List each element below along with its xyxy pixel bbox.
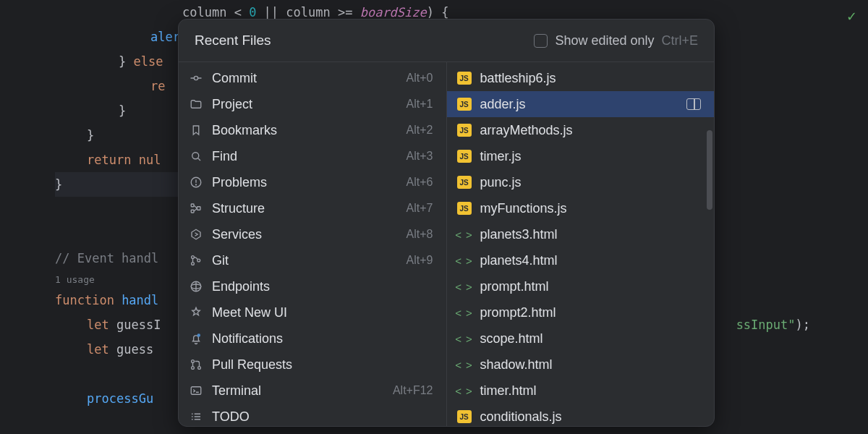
tool-label: Bookmarks — [212, 123, 277, 138]
structure-icon — [189, 201, 203, 216]
tool-shortcut: Alt+2 — [407, 124, 433, 137]
file-item[interactable]: < >prompt2.html — [447, 299, 715, 326]
js-file-icon: JS — [457, 72, 472, 85]
checkbox-icon[interactable] — [534, 34, 548, 48]
html-file-icon: < > — [457, 227, 472, 242]
svg-rect-9 — [191, 210, 194, 213]
show-edited-only-toggle[interactable]: Show edited only Ctrl+E — [534, 33, 698, 48]
show-edited-only-label: Show edited only — [555, 33, 654, 48]
tool-label: Git — [212, 253, 229, 268]
tool-label: Project — [212, 97, 252, 112]
svg-rect-10 — [197, 207, 201, 210]
scrollbar-thumb[interactable] — [707, 130, 712, 210]
js-file-icon: JS — [457, 176, 472, 189]
tool-item-git[interactable]: GitAlt+9 — [179, 247, 446, 273]
split-right-icon[interactable] — [686, 98, 701, 110]
recent-files-popup: Recent Files Show edited only Ctrl+E Com… — [178, 19, 715, 427]
svg-rect-25 — [191, 387, 201, 395]
file-item[interactable]: < >shadow.html — [447, 352, 715, 378]
inspection-ok-icon: ✓ — [846, 9, 857, 25]
popup-title: Recent Files — [195, 33, 271, 48]
tool-label: Find — [212, 149, 237, 164]
file-item[interactable]: < >prompt.html — [447, 273, 715, 299]
file-name: myFunctions.js — [480, 201, 567, 216]
tool-item-structure[interactable]: StructureAlt+7 — [179, 195, 446, 221]
svg-line-11 — [194, 205, 197, 208]
git-icon — [189, 253, 203, 268]
file-name: adder.js — [480, 97, 526, 112]
tool-item-pullrequests[interactable]: Pull Requests — [179, 352, 446, 378]
file-item[interactable]: JSadder.js — [447, 91, 715, 117]
file-item[interactable]: JSconditionals.js — [447, 404, 715, 426]
html-file-icon: < > — [457, 357, 472, 372]
tool-item-endpoints[interactable]: Endpoints — [179, 273, 446, 299]
file-item[interactable]: JSmyFunctions.js — [447, 195, 715, 221]
tool-label: Meet New UI — [212, 305, 287, 320]
file-name: punc.js — [480, 175, 522, 190]
file-name: planets3.html — [480, 227, 558, 242]
file-name: scope.html — [480, 331, 543, 346]
file-item[interactable]: < >planets4.html — [447, 247, 715, 273]
tool-item-notifications[interactable]: Notifications — [179, 326, 446, 352]
tool-label: Commit — [212, 71, 257, 86]
tool-shortcut: Alt+F12 — [393, 384, 433, 397]
newui-icon — [189, 305, 203, 320]
html-file-icon: < > — [457, 279, 472, 294]
recent-files-pane[interactable]: JSbattleship6.jsJSadder.jsJSarrayMethods… — [447, 62, 715, 426]
svg-point-0 — [194, 76, 197, 80]
problems-icon — [189, 175, 203, 190]
file-name: conditionals.js — [480, 409, 562, 425]
svg-point-14 — [192, 256, 195, 259]
popup-header: Recent Files Show edited only Ctrl+E — [179, 20, 714, 61]
tool-item-commit[interactable]: CommitAlt+0 — [179, 65, 446, 91]
file-item[interactable]: < >timer.html — [447, 378, 715, 404]
file-name: arrayMethods.js — [480, 123, 573, 138]
tool-windows-pane[interactable]: CommitAlt+0ProjectAlt+1BookmarksAlt+2Fin… — [179, 62, 447, 426]
svg-marker-13 — [192, 229, 200, 239]
tool-shortcut: Alt+8 — [407, 228, 433, 241]
file-item[interactable]: JStimer.js — [447, 143, 715, 169]
html-file-icon: < > — [457, 253, 472, 268]
tool-shortcut: Alt+3 — [407, 150, 433, 163]
file-item[interactable]: < >planets3.html — [447, 221, 715, 247]
js-file-icon: JS — [457, 124, 472, 137]
svg-line-4 — [198, 158, 200, 161]
file-item[interactable]: JSarrayMethods.js — [447, 117, 715, 143]
commit-icon — [189, 71, 203, 85]
html-file-icon: < > — [457, 383, 472, 398]
tool-item-problems[interactable]: ProblemsAlt+6 — [179, 169, 446, 195]
file-item[interactable]: JSbattleship6.js — [447, 65, 715, 91]
tool-item-bookmark[interactable]: BookmarksAlt+2 — [179, 117, 446, 143]
tool-shortcut: Alt+1 — [407, 98, 433, 111]
file-item[interactable]: JSpunc.js — [447, 169, 715, 195]
svg-point-20 — [197, 333, 201, 337]
tool-item-newui[interactable]: Meet New UI — [179, 299, 446, 326]
svg-point-21 — [192, 360, 195, 363]
tool-item-project[interactable]: ProjectAlt+1 — [179, 91, 446, 117]
tool-label: Terminal — [212, 383, 261, 399]
tool-label: Endpoints — [212, 279, 270, 294]
svg-point-16 — [197, 259, 200, 262]
todo-icon — [189, 409, 203, 424]
tool-item-todo[interactable]: TODO — [179, 404, 446, 426]
file-name: shadow.html — [480, 357, 553, 373]
tool-item-services[interactable]: ServicesAlt+8 — [179, 221, 446, 247]
svg-point-23 — [198, 367, 201, 370]
js-file-icon: JS — [457, 150, 472, 163]
file-name: battleship6.js — [480, 71, 556, 86]
svg-point-15 — [192, 263, 195, 265]
svg-rect-8 — [191, 204, 194, 207]
show-edited-only-shortcut: Ctrl+E — [661, 33, 698, 48]
tool-shortcut: Alt+6 — [407, 176, 433, 189]
tool-label: TODO — [212, 409, 250, 425]
tool-label: Problems — [212, 175, 267, 190]
tool-label: Services — [212, 227, 262, 242]
services-icon — [189, 227, 203, 242]
project-icon — [189, 97, 203, 111]
js-file-icon: JS — [457, 98, 472, 111]
tool-item-terminal[interactable]: TerminalAlt+F12 — [179, 378, 446, 404]
svg-point-22 — [192, 367, 195, 370]
js-file-icon: JS — [457, 202, 472, 215]
tool-item-find[interactable]: FindAlt+3 — [179, 143, 446, 169]
file-item[interactable]: < >scope.html — [447, 326, 715, 352]
